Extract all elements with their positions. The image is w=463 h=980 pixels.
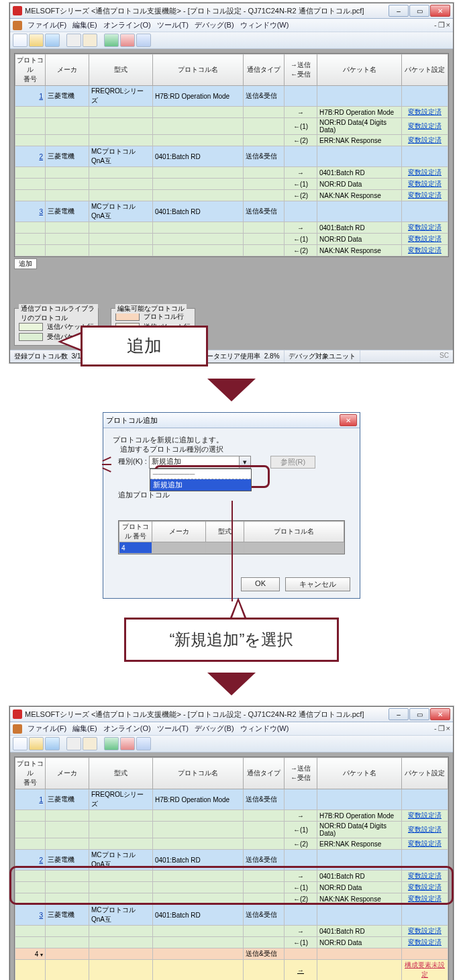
table-cell[interactable] <box>89 882 153 893</box>
table-cell[interactable]: 2 <box>15 850 46 871</box>
table-cell[interactable] <box>15 167 46 179</box>
table-cell[interactable] <box>244 926 285 937</box>
table-cell[interactable]: ←(1) <box>285 822 317 838</box>
table-cell[interactable] <box>15 135 46 146</box>
table-cell[interactable] <box>46 135 89 146</box>
mini-cell-pname[interactable] <box>244 542 344 554</box>
table-cell[interactable]: 0401:Batch RD <box>153 146 244 167</box>
table-cell[interactable]: 送信&受信 <box>244 850 285 871</box>
table-cell[interactable]: 0401:Batch RD <box>317 167 402 179</box>
packet-setting-link[interactable]: 変数設定済 <box>402 838 448 850</box>
table-cell[interactable] <box>89 179 153 190</box>
window-titlebar[interactable]: MELSOFTシリーズ <通信プロトコル支援機能> - [プロトコル設定 - Q… <box>10 3 453 19</box>
table-cell[interactable] <box>244 118 285 135</box>
tool-write[interactable] <box>104 34 119 47</box>
mdi-close-icon[interactable]: × <box>446 21 450 30</box>
table-cell[interactable] <box>15 245 46 256</box>
table-cell[interactable]: 0401:Batch RD <box>153 850 244 871</box>
table-cell[interactable] <box>244 893 285 905</box>
table-cell[interactable] <box>244 107 285 118</box>
table-cell[interactable] <box>244 960 285 981</box>
table-cell[interactable] <box>402 86 448 107</box>
packet-setting-link[interactable]: 変数設定済 <box>402 926 448 937</box>
tool-copy[interactable] <box>66 34 81 47</box>
table-cell[interactable] <box>89 222 153 234</box>
table-cell[interactable]: 送信&受信 <box>244 905 285 926</box>
packet-setting-link[interactable]: 変数設定済 <box>402 222 448 234</box>
table-cell[interactable]: NOR:RD Data <box>317 937 402 948</box>
packet-setting-link[interactable]: 変数設定済 <box>402 167 448 179</box>
table-cell[interactable]: 三菱電機 <box>46 905 89 926</box>
table-cell[interactable]: MCプロトコル QnA互 <box>89 146 153 167</box>
kind-dropdown[interactable]: ──────── 新規追加 <box>150 469 252 491</box>
table-cell[interactable] <box>89 245 153 256</box>
table-cell[interactable]: ERR:NAK Response <box>317 135 402 146</box>
table-cell[interactable] <box>46 179 89 190</box>
table-cell[interactable] <box>46 107 89 118</box>
table-cell[interactable]: ←(2) <box>285 190 317 201</box>
table-cell[interactable]: → <box>285 960 317 981</box>
table-row[interactable]: 3三菱電機MCプロトコル QnA互0401:Batch RD送信&受信 <box>15 905 448 926</box>
table-cell[interactable]: H7B:RD Operation Mode <box>153 789 244 810</box>
table-row[interactable]: ←(2)NAK:NAK Response変数設定済 <box>15 190 448 201</box>
packet-setting-link[interactable]: 変数設定済 <box>402 882 448 893</box>
table-cell[interactable] <box>89 107 153 118</box>
table-cell[interactable] <box>285 948 317 960</box>
kind-opt-new[interactable]: 新規追加 <box>150 479 251 491</box>
table-cell[interactable] <box>46 245 89 256</box>
table-row[interactable]: 1三菱電機FREQROLシリーズH7B:RD Operation Mode送信&… <box>15 789 448 810</box>
table-row[interactable]: →0401:Batch RD変数設定済 <box>15 926 448 937</box>
table-cell[interactable]: MCプロトコル QnA互 <box>89 850 153 871</box>
table-cell[interactable]: NOR:RD Data <box>317 882 402 893</box>
menu-online[interactable]: オンライン(O) <box>103 21 151 29</box>
table-row[interactable]: ←(2)NAK:NAK Response変数設定済 <box>15 893 448 905</box>
table-cell[interactable] <box>402 201 448 222</box>
table-cell[interactable] <box>46 893 89 905</box>
table-cell[interactable] <box>402 948 448 960</box>
table-cell[interactable] <box>317 948 402 960</box>
menu-window-2[interactable]: ウィンドウ(W) <box>240 724 289 732</box>
table-cell[interactable]: NOR:RD Data(4 Digits Data) <box>317 118 402 135</box>
table-cell[interactable]: 三菱電機 <box>46 850 89 871</box>
tool-open[interactable] <box>29 34 44 47</box>
table-cell[interactable]: ←(2) <box>285 893 317 905</box>
table-cell[interactable]: → <box>285 167 317 179</box>
packet-setting-link[interactable]: 変数設定済 <box>402 107 448 118</box>
tool-open-2[interactable] <box>29 737 44 750</box>
mini-cell-model[interactable] <box>206 542 244 554</box>
table-cell[interactable]: 送信&受信 <box>244 86 285 107</box>
table-cell[interactable] <box>244 245 285 256</box>
table-cell[interactable] <box>46 190 89 201</box>
table-row[interactable]: ←(1)NOR:RD Data(4 Digits Data)変数設定済 <box>15 118 448 135</box>
table-cell[interactable] <box>153 882 244 893</box>
table-cell[interactable] <box>46 937 89 948</box>
menu-tool[interactable]: ツール(T) <box>157 21 189 29</box>
add-button[interactable]: 追加 <box>14 258 37 269</box>
table-cell[interactable]: → <box>285 871 317 882</box>
table-cell[interactable]: ←(1) <box>285 118 317 135</box>
table-cell[interactable] <box>15 179 46 190</box>
table-cell[interactable]: H7B:RD Operation Mode <box>153 86 244 107</box>
table-cell[interactable] <box>89 190 153 201</box>
table-cell[interactable] <box>317 850 402 871</box>
table-cell[interactable] <box>46 810 89 822</box>
packet-setting-link[interactable]: 構成要素未設定 <box>402 960 448 981</box>
table-cell[interactable] <box>15 118 46 135</box>
tool-new-2[interactable] <box>13 737 28 750</box>
table-cell[interactable]: ←(1) <box>285 937 317 948</box>
table-cell[interactable] <box>46 822 89 838</box>
mdi-min-icon[interactable]: - <box>434 21 437 30</box>
table-cell[interactable] <box>153 822 244 838</box>
table-row[interactable]: ←(1)NOR:RD Data(4 Digits Data)変数設定済 <box>15 822 448 838</box>
table-cell[interactable]: 0401:Batch RD <box>317 871 402 882</box>
table-cell[interactable] <box>153 926 244 937</box>
table-cell[interactable]: 3 <box>15 201 46 222</box>
table-cell[interactable] <box>89 810 153 822</box>
table-cell[interactable] <box>153 810 244 822</box>
table-cell[interactable] <box>89 937 153 948</box>
table-cell[interactable] <box>317 789 402 810</box>
table-cell[interactable] <box>15 871 46 882</box>
table-cell[interactable]: NAK:NAK Response <box>317 893 402 905</box>
table-cell[interactable]: 0401:Batch RD <box>317 222 402 234</box>
mini-cell-maker[interactable] <box>152 542 206 554</box>
